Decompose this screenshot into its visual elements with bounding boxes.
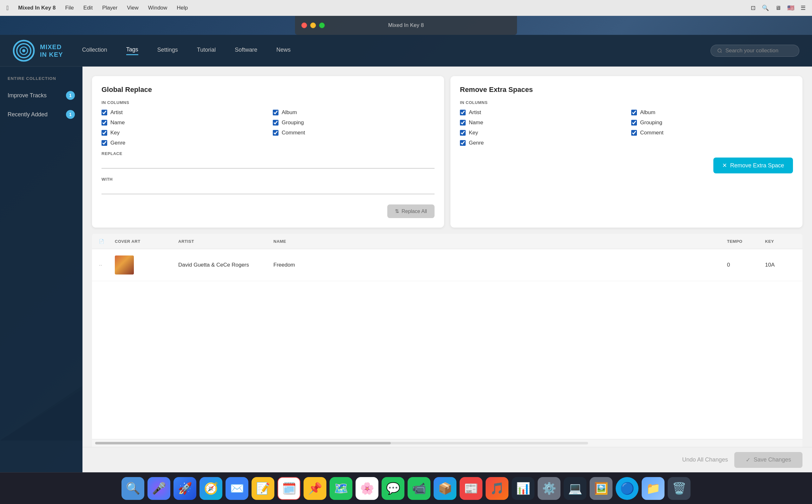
save-changes-label: Save Changes — [754, 456, 791, 463]
nav-tutorial[interactable]: Tutorial — [197, 47, 216, 55]
checkbox-name-right[interactable]: Name — [460, 120, 622, 126]
trash-icon: 🗑️ — [672, 482, 686, 495]
help-menu[interactable]: Help — [177, 5, 188, 11]
nav-software[interactable]: Software — [235, 47, 257, 55]
dock-mail[interactable]: ✉️ — [225, 477, 248, 500]
player-menu[interactable]: Player — [102, 5, 117, 11]
edit-menu[interactable]: Edit — [83, 5, 93, 11]
facetime-icon: 📹 — [412, 482, 426, 495]
dock-files[interactable]: 📁 — [642, 477, 665, 500]
dock-siri[interactable]: 🎤 — [147, 477, 170, 500]
dock-mixedinkey[interactable]: 🔵 — [616, 477, 639, 500]
search-input[interactable] — [725, 48, 793, 54]
dock-preview[interactable]: 🖼️ — [590, 477, 613, 500]
app-menu-name[interactable]: Mixed In Key 8 — [18, 5, 55, 11]
dock-terminal[interactable]: 💻 — [564, 477, 587, 500]
dock-reminders[interactable]: 📌 — [303, 477, 326, 500]
sidebar-item-improve-tracks[interactable]: Improve Tracks 1 — [0, 86, 82, 105]
mail-icon: ✉️ — [230, 482, 244, 495]
table-scroll-area — [92, 439, 802, 447]
scroll-track[interactable] — [95, 442, 588, 444]
notes-icon: 📝 — [256, 482, 270, 495]
remove-extra-spaces-panel: Remove Extra Spaces IN COLUMNS Artist Al… — [451, 76, 802, 228]
checkbox-key-right[interactable]: Key — [460, 130, 622, 136]
menu-bar:  Mixed In Key 8 File Edit Player View W… — [0, 0, 812, 16]
checkbox-album-left[interactable]: Album — [273, 109, 435, 116]
dock-launchpad[interactable]: 🚀 — [173, 477, 196, 500]
close-button[interactable] — [301, 23, 307, 28]
cover-art-image — [115, 255, 134, 275]
dock-messages[interactable]: 💬 — [381, 477, 404, 500]
svg-line-7 — [721, 52, 722, 53]
dock-trash[interactable]: 🗑️ — [668, 477, 691, 500]
launchpad-icon: 🚀 — [178, 482, 192, 495]
menubar-icon-cast[interactable]: ⊡ — [751, 4, 756, 11]
dock-calendar[interactable]: 🗓️ — [277, 477, 300, 500]
undo-all-button[interactable]: Undo All Changes — [682, 456, 728, 463]
view-menu[interactable]: View — [127, 5, 139, 11]
menubar-icon-menu[interactable]: ☰ — [801, 4, 806, 11]
save-changes-button[interactable]: ✓ Save Changes — [734, 452, 802, 468]
checkbox-grouping-left[interactable]: Grouping — [273, 120, 435, 126]
remove-extra-space-button[interactable]: ✕ Remove Extra Space — [713, 158, 793, 173]
dock-stocks[interactable]: 📊 — [512, 477, 535, 500]
nav-settings[interactable]: Settings — [157, 47, 178, 55]
remove-spaces-checkboxes: Artist Album Name Grouping — [460, 109, 793, 146]
col-header-tempo: TEMPO — [723, 234, 761, 249]
siri-icon: 🎤 — [152, 482, 166, 495]
replace-all-button[interactable]: ⇅ Replace All — [387, 204, 435, 218]
checkbox-artist-left[interactable]: Artist — [101, 109, 263, 116]
music-icon: 🎵 — [490, 482, 504, 495]
bottom-bar: Undo All Changes ✓ Save Changes — [82, 447, 812, 472]
checkbox-genre-right[interactable]: Genre — [460, 140, 622, 146]
replace-all-label: Replace All — [401, 209, 427, 214]
table-row[interactable]: ·· David Guetta & CeCe Rogers Freedom 0 … — [92, 249, 802, 281]
nav-news[interactable]: News — [276, 47, 290, 55]
dock-finder[interactable]: 🔍 — [121, 477, 144, 500]
dock-safari[interactable]: 🧭 — [199, 477, 222, 500]
preview-icon: 🖼️ — [594, 482, 608, 495]
dock-photos[interactable]: 🌸 — [355, 477, 378, 500]
window-menu[interactable]: Window — [148, 5, 167, 11]
checkbox-comment-right[interactable]: Comment — [631, 130, 793, 136]
save-checkmark-icon: ✓ — [746, 456, 750, 463]
checkbox-name-left[interactable]: Name — [101, 120, 263, 126]
remove-icon: ✕ — [722, 162, 727, 169]
nav-tags[interactable]: Tags — [126, 46, 138, 55]
maximize-button[interactable] — [319, 23, 325, 28]
svg-point-6 — [718, 48, 721, 52]
scroll-thumb[interactable] — [95, 442, 391, 444]
title-bar: Mixed In Key 8 — [295, 16, 517, 35]
with-input[interactable] — [101, 184, 435, 194]
sidebar-item-recently-added[interactable]: Recently Added 1 — [0, 105, 82, 124]
apple-menu[interactable]:  — [6, 4, 9, 12]
menubar-icon-flag[interactable]: 🇺🇸 — [787, 4, 794, 11]
cover-art — [115, 255, 134, 275]
dock-facetime[interactable]: 📹 — [408, 477, 431, 500]
dock-maps[interactable]: 🗺️ — [329, 477, 352, 500]
menubar-icon-search[interactable]: 🔍 — [762, 4, 769, 11]
checkbox-album-right[interactable]: Album — [631, 109, 793, 116]
dock-music[interactable]: 🎵 — [486, 477, 509, 500]
dock-news[interactable]: 📰 — [460, 477, 483, 500]
checkbox-artist-right[interactable]: Artist — [460, 109, 622, 116]
minimize-button[interactable] — [310, 23, 316, 28]
row-file-icon: ·· — [99, 262, 102, 268]
top-panels: Global Replace IN COLUMNS Artist Album N… — [82, 67, 812, 234]
checkbox-comment-left[interactable]: Comment — [273, 130, 435, 136]
dock-sysprefs[interactable]: ⚙️ — [538, 477, 561, 500]
file-menu[interactable]: File — [65, 5, 74, 11]
menubar-icon-display[interactable]: 🖥 — [775, 5, 781, 11]
dock-notes[interactable]: 📝 — [251, 477, 274, 500]
window-title: Mixed In Key 8 — [388, 22, 424, 29]
finder-icon: 🔍 — [126, 482, 140, 495]
col-header-name: NAME — [269, 234, 723, 249]
checkbox-key-left[interactable]: Key — [101, 130, 263, 136]
dock-appstore[interactable]: 📦 — [434, 477, 457, 500]
nav-collection[interactable]: Collection — [82, 47, 107, 55]
replace-input[interactable] — [101, 158, 435, 169]
checkbox-genre-left[interactable]: Genre — [101, 140, 263, 146]
table-header: 📄 COVER ART ARTIST NAME TEMPO KEY — [92, 234, 802, 249]
checkbox-grouping-right[interactable]: Grouping — [631, 120, 793, 126]
search-box[interactable] — [711, 45, 799, 57]
